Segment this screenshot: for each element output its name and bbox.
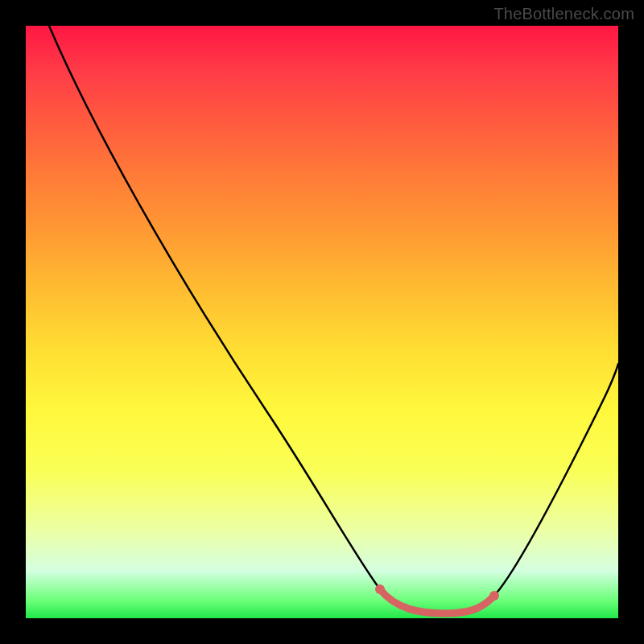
gradient-background (26, 26, 618, 618)
plot-area (26, 26, 618, 618)
chart-frame: TheBottleneck.com (0, 0, 644, 644)
watermark-text: TheBottleneck.com (493, 5, 634, 23)
